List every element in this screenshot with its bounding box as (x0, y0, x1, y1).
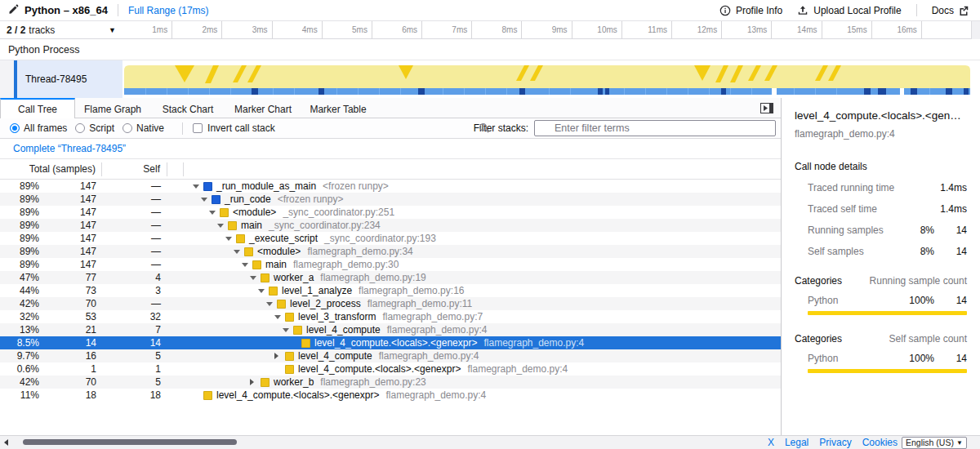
footer-link-cookies[interactable]: Cookies (862, 437, 898, 448)
full-range-link[interactable]: Full Range (17ms) (128, 5, 209, 16)
category-bar-python (808, 311, 967, 315)
tree-row[interactable]: 9.7%165level_4_computeflamegraph_demo.py… (0, 349, 781, 362)
total-percent: 89% (0, 193, 41, 205)
horizontal-scrollbar-thumb[interactable] (23, 439, 237, 445)
collapse-icon[interactable] (234, 250, 244, 254)
collapse-icon[interactable] (193, 184, 203, 189)
collapse-icon[interactable] (283, 328, 293, 332)
expand-icon[interactable] (250, 379, 261, 385)
detail-row: Traced running time 1.4ms (795, 182, 967, 193)
radio-all-frames[interactable]: All frames (10, 122, 67, 134)
self-samples: — (102, 233, 167, 244)
process-track-header[interactable]: Python Process (0, 39, 980, 60)
tree-row[interactable]: 8.5%1414level_4_compute.<locals>.<genexp… (0, 336, 781, 349)
self-samples: — (102, 259, 167, 270)
collapse-icon[interactable] (250, 276, 261, 280)
tree-row[interactable]: 89%147—main_sync_coordinator.py:234 (0, 219, 781, 232)
ruler-tick: 3ms (222, 21, 272, 38)
source-location: flamegraph_demo.py:19 (320, 272, 425, 283)
total-samples: 14 (41, 337, 102, 349)
self-samples: — (102, 220, 167, 231)
tab-call-tree[interactable]: Call Tree (0, 98, 75, 119)
total-samples: 147 (41, 207, 102, 218)
total-samples: 147 (41, 180, 102, 192)
tree-cell: main_sync_coordinator.py:234 (184, 220, 781, 231)
tab-stack-chart[interactable]: Stack Chart (150, 98, 225, 118)
frame-filter-radios: All framesScriptNative (10, 122, 172, 134)
tree-row[interactable]: 42%705worker_bflamegraph_demo.py:23 (0, 376, 781, 389)
total-percent: 89% (0, 180, 41, 192)
total-percent: 13% (0, 324, 41, 336)
profile-info-button[interactable]: Profile Info (719, 5, 782, 16)
tree-row[interactable]: 89%147—<module>flamegraph_demo.py:34 (0, 245, 781, 258)
total-samples: 73 (41, 285, 102, 296)
sidebar-toggle-button[interactable] (760, 103, 773, 113)
collapse-icon[interactable] (266, 302, 277, 306)
tab-marker-table[interactable]: Marker Table (301, 98, 376, 118)
collapse-icon[interactable] (242, 263, 252, 267)
self-samples: — (102, 246, 167, 257)
tree-row[interactable]: 89%147—_execute_script_sync_coordinator.… (0, 232, 781, 245)
tree-row[interactable]: 44%733level_1_analyzeflamegraph_demo.py:… (0, 284, 781, 297)
expand-icon[interactable] (274, 353, 285, 359)
divider (182, 122, 183, 135)
ruler-tick: 14ms (772, 21, 822, 38)
tree-row[interactable]: 42%70—level_2_processflamegraph_demo.py:… (0, 297, 781, 310)
tree-cell: mainflamegraph_demo.py:30 (184, 259, 781, 270)
total-percent: 89% (0, 246, 41, 257)
tree-row[interactable]: 47%774worker_aflamegraph_demo.py:19 (0, 271, 781, 284)
self-samples: 18 (102, 389, 167, 401)
timeline-ruler-row: 2 / 2 tracks ▼ 1ms2ms3ms4ms5ms6ms7ms8ms9… (0, 21, 980, 39)
collapse-icon[interactable] (217, 224, 228, 228)
tree-cell: <module>_sync_coordinator.py:251 (184, 207, 781, 218)
scroll-left-arrow-icon[interactable] (4, 439, 8, 446)
collapse-icon[interactable] (225, 237, 236, 241)
collapse-icon[interactable] (201, 198, 212, 202)
source-location: flamegraph_demo.py:16 (359, 285, 464, 296)
column-header-self[interactable]: Self (102, 162, 167, 176)
category-square-icon (252, 260, 261, 269)
footer-link-privacy[interactable]: Privacy (819, 437, 851, 448)
self-samples: — (102, 193, 167, 205)
total-samples: 147 (41, 220, 102, 231)
column-header-total[interactable]: Total (samples) (0, 162, 102, 176)
edit-pencil-icon[interactable] (8, 4, 19, 17)
tree-cell: level_4_computeflamegraph_demo.py:4 (184, 350, 781, 362)
breadcrumb-complete-thread[interactable]: Complete “Thread-78495” (13, 143, 126, 154)
tracks-dropdown[interactable]: 2 / 2 tracks ▼ (0, 21, 122, 39)
category-square-icon (228, 221, 237, 230)
ruler-tick: 2ms (172, 21, 222, 38)
invert-call-stack-checkbox[interactable]: Invert call stack (193, 122, 275, 134)
tab-flame-graph[interactable]: Flame Graph (75, 98, 150, 118)
tree-cell: worker_aflamegraph_demo.py:19 (184, 272, 781, 283)
tree-row[interactable]: 32%5332level_3_transformflamegraph_demo.… (0, 310, 781, 323)
search-icon (479, 122, 490, 134)
tab-marker-chart[interactable]: Marker Chart (225, 98, 301, 118)
category-square-icon (212, 195, 220, 204)
tree-row[interactable]: 89%147—_run_code<frozen runpy> (0, 193, 781, 206)
collapse-icon[interactable] (258, 289, 269, 293)
total-percent: 89% (0, 233, 41, 244)
ruler-tick: 12ms (672, 21, 722, 38)
tree-row[interactable]: 89%147—mainflamegraph_demo.py:30 (0, 258, 781, 271)
collapse-icon[interactable] (274, 315, 285, 319)
tree-row[interactable]: 0.6%11level_4_compute.<locals>.<genexpr>… (0, 362, 781, 376)
docs-link[interactable]: Docs (932, 5, 969, 16)
radio-native[interactable]: Native (122, 122, 164, 134)
footer-link-x[interactable]: X (768, 437, 774, 448)
footer-link-legal[interactable]: Legal (785, 437, 808, 448)
self-samples: 14 (102, 337, 167, 349)
detail-row: Traced self time 1.4ms (795, 203, 967, 215)
thread-track-label[interactable]: Thread-78495 (17, 60, 122, 98)
language-select[interactable]: English (US) ▼ (902, 437, 967, 449)
upload-profile-button[interactable]: Upload Local Profile (797, 5, 901, 16)
tree-row[interactable]: 11%1818level_4_compute.<locals>.<genexpr… (0, 389, 781, 402)
activity-graph[interactable] (122, 60, 972, 98)
profile-title[interactable]: Python – x86_64 (24, 4, 108, 16)
radio-script[interactable]: Script (75, 122, 114, 134)
tree-row[interactable]: 89%147—<module>_sync_coordinator.py:251 (0, 206, 781, 219)
collapse-icon[interactable] (209, 211, 220, 215)
tree-row[interactable]: 13%217level_4_computeflamegraph_demo.py:… (0, 323, 781, 336)
filter-input[interactable] (534, 120, 776, 136)
tree-row[interactable]: 89%147—_run_module_as_main<frozen runpy> (0, 180, 781, 193)
